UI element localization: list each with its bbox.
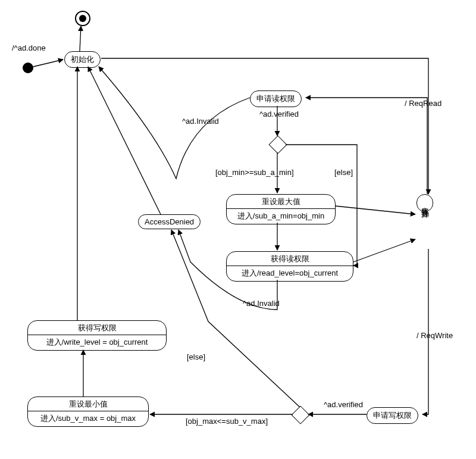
state-init-label: 初始化 — [71, 55, 94, 64]
initial-state — [23, 63, 33, 73]
state-req-read-label: 申请读权限 — [256, 94, 295, 103]
state-req-read: 申请读权限 — [250, 90, 302, 107]
state-got-read-title: 获得读权限 — [227, 252, 353, 266]
state-got-write-title: 获得写权限 — [28, 321, 166, 335]
state-reset-min: 重设最小值 进入/sub_v_max = obj_max — [27, 396, 149, 427]
state-reset-max-title: 重设最大值 — [227, 195, 335, 209]
label-else-1: [else] — [334, 168, 353, 177]
svg-line-6 — [353, 239, 415, 262]
label-req-read: / ReqRead — [405, 99, 441, 108]
decision-write — [291, 405, 309, 424]
state-req-write: 申请写权限 — [367, 407, 418, 424]
state-reset-max-body: 进入/sub_a_min=obj_min — [227, 209, 335, 224]
label-guard-read: [obj_min>=sub_a_min] — [215, 168, 294, 177]
state-got-read-body: 进入/read_level=obj_current — [227, 266, 353, 281]
label-ad-done: /^ad.done — [12, 43, 46, 52]
label-ad-invalid-2: ^ad.Invalid — [243, 299, 280, 308]
svg-line-0 — [33, 60, 63, 67]
state-object-select-label: 客体选择 — [419, 201, 430, 205]
state-diagram: 初始化 申请读权限 AccessDenied 重设最大值 进入/sub_a_mi… — [0, 0, 476, 459]
state-access-denied-label: AccessDenied — [145, 217, 194, 226]
svg-line-5 — [336, 206, 415, 214]
label-else-2: [else] — [187, 352, 205, 361]
state-init: 初始化 — [64, 51, 101, 68]
label-guard-write: [obj_max<=sub_v_max] — [186, 417, 268, 426]
state-got-write-body: 进入/write_level = obj_current — [28, 335, 166, 350]
state-reset-min-title: 重设最小值 — [28, 397, 148, 411]
state-got-read: 获得读权限 进入/read_level=obj_current — [226, 251, 353, 282]
svg-line-1 — [80, 26, 81, 51]
transition-arrows — [0, 0, 476, 459]
final-state-top — [75, 11, 90, 26]
state-reset-min-body: 进入/sub_v_max = obj_max — [28, 411, 148, 426]
state-object-select: 客体选择 — [416, 194, 433, 212]
decision-read — [268, 135, 287, 154]
state-req-write-label: 申请写权限 — [373, 411, 412, 420]
label-req-write: / ReqWrite — [416, 331, 453, 340]
label-ad-verified-2: ^ad.verified — [324, 400, 363, 409]
label-ad-verified-1: ^ad.verified — [259, 110, 299, 118]
svg-line-7 — [88, 67, 161, 214]
label-ad-invalid-1: ^ad.Invalid — [182, 117, 219, 126]
state-access-denied: AccessDenied — [138, 214, 201, 229]
state-reset-max: 重设最大值 进入/sub_a_min=obj_min — [226, 194, 336, 224]
state-got-write: 获得写权限 进入/write_level = obj_current — [27, 320, 167, 351]
